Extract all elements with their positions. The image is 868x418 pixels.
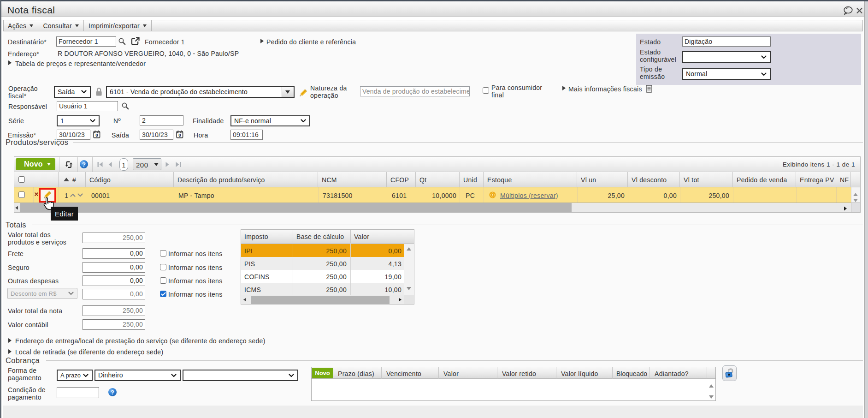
svg-text:?: ? — [111, 389, 114, 396]
svg-text:8: 8 — [178, 132, 181, 137]
svg-text:8: 8 — [95, 132, 98, 137]
